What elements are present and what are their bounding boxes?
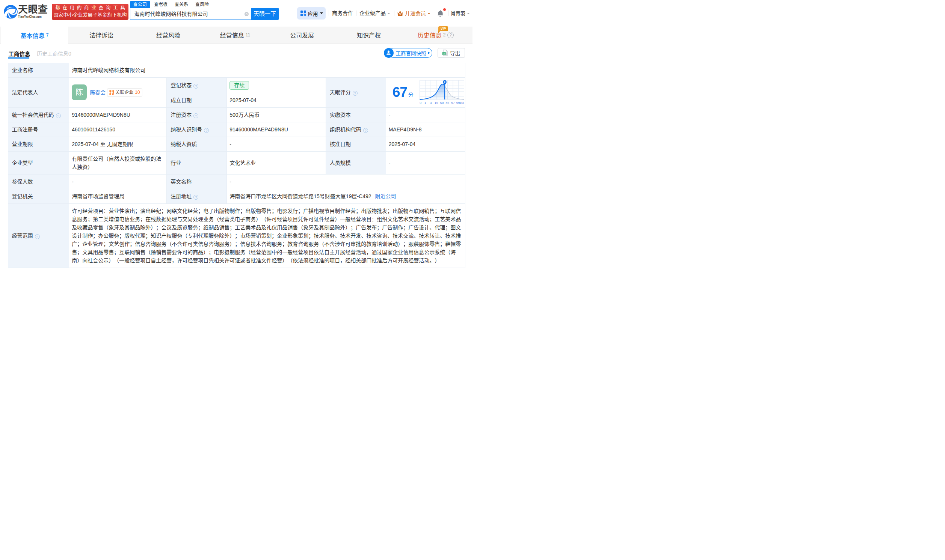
svg-text:15: 15 — [435, 101, 438, 105]
svg-text:100: 100 — [459, 101, 464, 105]
svg-text:50: 50 — [440, 101, 444, 105]
svg-text:0: 0 — [419, 101, 421, 105]
svg-text:企: 企 — [111, 92, 114, 95]
svg-text:97: 97 — [451, 101, 455, 105]
svg-text:85: 85 — [446, 101, 449, 105]
svg-text:3: 3 — [430, 101, 432, 105]
svg-text:1: 1 — [424, 101, 426, 105]
